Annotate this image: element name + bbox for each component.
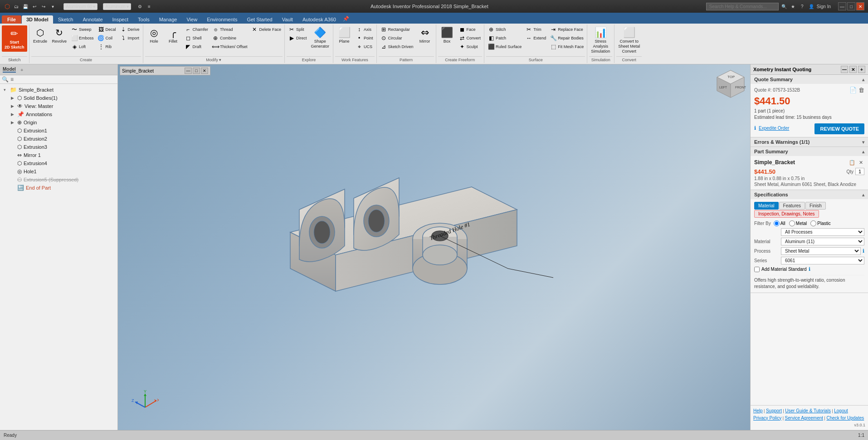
fit-mesh-face-button[interactable]: ⬚Fit Mesh Face — [548, 43, 585, 51]
rib-button[interactable]: ⋮Rib — [96, 43, 117, 51]
stitch-button[interactable]: ⊕Stitch — [486, 25, 523, 34]
spec-tab-inspection[interactable]: Inspection, Drawings, Notes — [754, 210, 819, 218]
patch-button[interactable]: ◧Patch — [486, 34, 523, 42]
browser-tab-plus[interactable]: + — [20, 67, 23, 73]
footer-support-link[interactable]: Support — [766, 408, 782, 413]
fillet-button[interactable]: ╭ Fillet — [164, 25, 182, 45]
thicken-offset-button[interactable]: ⟺Thicken/ Offset — [210, 43, 249, 51]
tab-file[interactable]: File — [2, 15, 21, 24]
spec-tab-features[interactable]: Features — [779, 202, 805, 210]
help-icon[interactable]: ? — [799, 3, 806, 10]
spec-tab-material[interactable]: Material — [754, 202, 779, 210]
ucs-button[interactable]: ⌖UCS — [354, 43, 375, 51]
process-select[interactable]: Sheet Metal — [781, 247, 861, 255]
direct-button[interactable]: ▶Direct — [287, 34, 308, 42]
tab-view[interactable]: View — [182, 15, 202, 24]
import-button[interactable]: ⤵Import — [118, 34, 141, 42]
browser-tab-model[interactable]: Model — [3, 67, 16, 73]
viewport-3d[interactable]: Simple_Bracket — □ ✕ TOP LEFT FRONT — [118, 64, 750, 430]
filter-plastic-radio[interactable]: Plastic — [810, 220, 830, 226]
browser-menu-icon[interactable]: ≡ — [10, 76, 14, 83]
series-select[interactable]: 6061 — [781, 257, 864, 264]
quote-summary-header[interactable]: Quote Summary — [751, 75, 868, 84]
extend-button[interactable]: ↔Extend — [524, 34, 547, 42]
tree-item-simple-bracket[interactable]: ▾ 📁 Simple_Bracket — [2, 86, 116, 94]
combine-button[interactable]: ⊕Combine — [210, 34, 249, 42]
help-search-input[interactable] — [706, 3, 779, 10]
quick-access-folder[interactable]: 🗂 — [13, 3, 20, 10]
hole-button[interactable]: ◎ Hole — [145, 25, 163, 45]
viewport-close-button[interactable]: ✕ — [201, 68, 208, 74]
tree-item-extrusion3[interactable]: ⬡ Extrusion3 — [9, 143, 116, 151]
tree-item-extrusion2[interactable]: ⬡ Extrusion2 — [9, 135, 116, 143]
decal-button[interactable]: 🖼Decal — [96, 25, 117, 34]
minimize-button[interactable]: — — [838, 2, 846, 10]
split-button[interactable]: ✂Split — [287, 25, 308, 34]
chamfer-button[interactable]: ⌐Chamfer — [183, 25, 210, 34]
tree-item-extrusion4[interactable]: ⬡ Extrusion4 — [9, 159, 116, 167]
face-button[interactable]: ◼Face — [457, 25, 483, 34]
close-button[interactable]: ✕ — [856, 2, 864, 10]
specifications-header[interactable]: Specifications — [751, 190, 868, 199]
sign-in-label[interactable]: Sign In — [817, 4, 831, 9]
point-button[interactable]: •Point — [354, 34, 375, 42]
filter-all-radio[interactable]: All — [774, 220, 785, 226]
mirror-button[interactable]: ⇔ Mirror — [416, 25, 434, 45]
plane-button[interactable]: ⬜ Plane — [335, 25, 353, 45]
viewport-restore-button[interactable]: □ — [193, 68, 200, 74]
tree-item-annotations[interactable]: ▶ 📌 Annotations — [9, 110, 116, 118]
navigation-cube[interactable]: TOP LEFT FRONT — [715, 68, 746, 100]
errors-warnings-header[interactable]: Errors & Warnings (1/1) — [751, 137, 868, 147]
part-delete-icon[interactable]: ✕ — [857, 159, 864, 166]
part-copy-icon[interactable]: 📋 — [848, 159, 856, 166]
tab-environments[interactable]: Environments — [202, 15, 242, 24]
tab-autodesk360[interactable]: Autodesk A360 — [298, 15, 341, 24]
qty-value[interactable]: 1 — [855, 168, 864, 175]
panel-expand-button[interactable]: + — [858, 66, 865, 73]
loft-button[interactable]: ◈Loft — [69, 43, 95, 51]
circular-button[interactable]: ⊙Circular — [379, 34, 415, 42]
sweep-button[interactable]: 〜Sweep — [69, 25, 95, 34]
tab-tools[interactable]: Tools — [133, 15, 154, 24]
search-icon[interactable]: 🔍 — [780, 3, 788, 10]
delete-face-button[interactable]: ✕Delete Face — [249, 25, 283, 34]
restore-button[interactable]: □ — [847, 2, 855, 10]
trim-button[interactable]: ✂Trim — [524, 25, 547, 34]
process-info-icon[interactable]: ℹ — [863, 248, 864, 254]
settings-icon[interactable]: ⚙ — [137, 3, 144, 10]
footer-service-link[interactable]: Service Agreement — [785, 416, 824, 420]
axis-button[interactable]: ↕Axis — [354, 25, 375, 34]
box-button[interactable]: ⬛ Box — [438, 25, 456, 45]
emboss-button[interactable]: ⬜Emboss — [69, 34, 95, 42]
viewport-minimize-button[interactable]: — — [185, 68, 192, 74]
thread-button[interactable]: ⌾Thread — [210, 25, 249, 34]
shape-generator-button[interactable]: 🔷 ShapeGenerator — [309, 25, 332, 50]
filter-metal-radio[interactable]: Metal — [789, 220, 807, 226]
add-material-info-icon[interactable]: ℹ — [809, 266, 810, 272]
draft-button[interactable]: ◤Draft — [183, 43, 210, 51]
tab-inspect[interactable]: Inspect — [108, 15, 133, 24]
tab-getstarted[interactable]: Get Started — [242, 15, 277, 24]
quote-download-icon[interactable]: 📄 — [849, 87, 857, 93]
expedite-link[interactable]: Expedite Order — [759, 126, 789, 131]
coil-button[interactable]: 🌀Coil — [96, 34, 117, 42]
tab-sketch[interactable]: Sketch — [54, 15, 78, 24]
tab-3dmodel[interactable]: 3D Model — [22, 15, 53, 24]
footer-help-link[interactable]: Help — [753, 408, 763, 413]
star-icon[interactable]: ★ — [790, 3, 797, 10]
panel-collapse-button[interactable]: — — [841, 66, 848, 73]
tab-annotate[interactable]: Annotate — [78, 15, 107, 24]
footer-updates-link[interactable]: Check for Updates — [826, 416, 864, 420]
footer-logout-link[interactable]: Logout — [834, 408, 848, 413]
tab-vault[interactable]: Vault — [278, 15, 297, 24]
tree-item-view-master[interactable]: ▶ 👁 View: Master — [9, 102, 116, 110]
sculpt-button[interactable]: ✦Sculpt — [457, 43, 483, 51]
more-options-icon[interactable]: ≡ — [146, 3, 153, 10]
review-quote-button[interactable]: REVIEW QUOTE — [814, 123, 864, 134]
convert-freeform-button[interactable]: ⇄Convert — [457, 34, 483, 42]
quick-access-more[interactable]: ▾ — [49, 3, 56, 10]
extrude-button[interactable]: ⬡ Extrude — [31, 25, 49, 45]
stress-analysis-button[interactable]: 📊 StressAnalysisSimulation — [589, 25, 612, 54]
tree-item-extrusion5[interactable]: ⬡ Extrusion5 (Suppressed) — [9, 176, 116, 184]
tree-item-mirror1[interactable]: ⇔ Mirror 1 — [9, 151, 116, 159]
